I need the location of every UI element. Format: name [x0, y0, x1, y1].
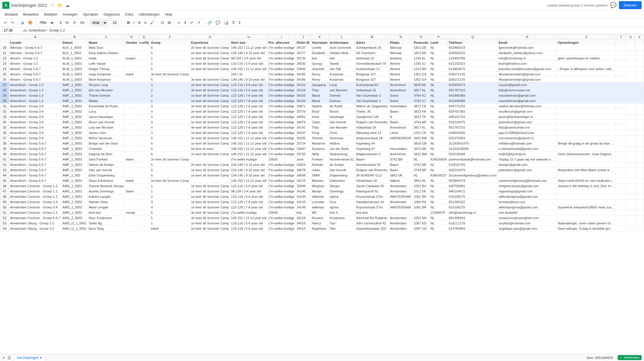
- cell[interactable]: [138, 109, 150, 114]
- cell[interactable]: 621153323: [448, 61, 498, 66]
- cell[interactable]: nadine.deruiter@hotmail.com: [498, 103, 557, 109]
- cell[interactable]: Ruyschstraat 27hs: [355, 194, 389, 199]
- cell[interactable]: (*in-welke-huidige: [268, 61, 296, 66]
- cell[interactable]: 1315 BH: [413, 66, 430, 72]
- cell[interactable]: 640154672: [448, 189, 498, 194]
- table-row[interactable]: 28Amersfoort - Groep 1-2AMF_1_0001Elin v…: [0, 88, 644, 93]
- table-row[interactable]: 37Amersfoort - Groep 3-4AMF_1_0002Arthur…: [0, 135, 644, 141]
- cell[interactable]: Fonkart: [311, 157, 329, 162]
- cell[interactable]: 651797310: [448, 125, 498, 130]
- cell[interactable]: AMF_1_0002: [62, 114, 88, 119]
- cell[interactable]: 3842 AM: [413, 135, 430, 141]
- cell[interactable]: [125, 183, 138, 189]
- row-number[interactable]: 25: [0, 72, 9, 77]
- cell[interactable]: 610106275: [448, 194, 498, 199]
- cell[interactable]: 641848388: [448, 93, 498, 98]
- cell-empty[interactable]: [616, 226, 626, 231]
- cell[interactable]: 1e keer dit Summer Camp: [190, 221, 230, 226]
- print-button[interactable]: 🖨: [19, 20, 26, 26]
- cell[interactable]: Noorderstraat 59: [355, 162, 389, 167]
- col-header-F[interactable]: F: [150, 35, 190, 40]
- table-row[interactable]: 36Amersfoort - Groep 3-4AMF_1_0002James …: [0, 130, 644, 135]
- cell[interactable]: Vuur: [329, 199, 355, 205]
- cell[interactable]: [138, 157, 150, 162]
- cell[interactable]: (*in-welke-huidige: [268, 109, 296, 114]
- cell[interactable]: 6: [150, 141, 190, 146]
- cell-empty[interactable]: [635, 130, 644, 135]
- cell[interactable]: Elin van Munster: [88, 88, 125, 93]
- cell[interactable]: ALK_1_0003: [62, 50, 88, 56]
- cell[interactable]: 2e keer dit Summer Camp: [190, 109, 230, 114]
- cell[interactable]: [138, 221, 150, 226]
- cell-empty[interactable]: [626, 141, 635, 146]
- cell[interactable]: rijpma: [329, 205, 355, 210]
- table-row[interactable]: 26Almere - Groep 5-6-7ALM_1_0003Marit Ko…: [0, 77, 644, 82]
- cell[interactable]: 134-140 | 9-10 year old: [230, 173, 268, 178]
- cell[interactable]: Elisa Sabine Obdam: [88, 50, 125, 56]
- cell[interactable]: 6: [150, 151, 190, 157]
- cell[interactable]: Amersfoort - Groep 1-2: [9, 93, 62, 98]
- cell[interactable]: [138, 189, 150, 194]
- cell[interactable]: Tam: [329, 226, 355, 231]
- row-number[interactable]: 46: [0, 183, 9, 189]
- cell-empty[interactable]: [635, 157, 644, 162]
- cell[interactable]: julianiblum@gmail.com: [498, 119, 557, 125]
- cell[interactable]: Ruyschstraat 27hs: [355, 205, 389, 210]
- cell-empty[interactable]: [635, 151, 644, 157]
- cell-empty[interactable]: [626, 146, 635, 151]
- row-number[interactable]: 42: [0, 162, 9, 167]
- cell[interactable]: Amersfoort - Groep 3-4: [9, 130, 62, 135]
- cell[interactable]: (*in-welke-huidige: [268, 103, 296, 109]
- cell[interactable]: Elizabeth: [311, 50, 329, 56]
- cell[interactable]: Kooijmans: [329, 215, 355, 221]
- cell[interactable]: rkoeijer@gmail.com: [498, 162, 557, 167]
- cell[interactable]: [389, 210, 412, 215]
- add-sheet-button[interactable]: +: [2, 355, 5, 357]
- cell[interactable]: Raamgracht 92: [355, 189, 389, 194]
- cell[interactable]: test: [311, 56, 329, 61]
- cell[interactable]: [498, 173, 557, 178]
- col-header-R[interactable]: R: [498, 35, 557, 40]
- cell[interactable]: 4: [150, 119, 190, 125]
- cell-empty[interactable]: [616, 88, 626, 93]
- cell[interactable]: 34102: [295, 82, 311, 88]
- cell-empty[interactable]: [626, 125, 635, 130]
- cell[interactable]: Thijs: [311, 125, 329, 130]
- cell-empty[interactable]: [635, 119, 644, 125]
- menu-bewerken[interactable]: Bewerken: [21, 11, 41, 18]
- cell[interactable]: 6: [150, 66, 190, 72]
- cell[interactable]: kind test: [88, 210, 125, 215]
- cell[interactable]: 3863 NL: [413, 178, 430, 183]
- verify-button[interactable]: ✓ Verkennen: [618, 355, 642, 357]
- cell[interactable]: 34146: [295, 189, 311, 194]
- percent-button[interactable]: %: [64, 20, 70, 26]
- cell[interactable]: Baarn: [389, 119, 412, 125]
- cell[interactable]: marleenwilgenburg@hotmail.com: [498, 178, 557, 183]
- cell[interactable]: 640700991: [448, 183, 498, 189]
- cell[interactable]: NL: [429, 93, 448, 98]
- cell[interactable]: 1e keer dit Summer Camp: [190, 226, 230, 231]
- cell[interactable]: cisyyer@gmail.com: [498, 82, 557, 88]
- cell[interactable]: (*in-welke-huidige: [268, 178, 296, 183]
- cell[interactable]: angelique.tam@gmail.com: [498, 226, 557, 231]
- cell-empty[interactable]: [635, 215, 644, 221]
- italic-button[interactable]: I: [132, 20, 136, 26]
- cell[interactable]: 5: [150, 77, 190, 82]
- cell-empty[interactable]: [616, 119, 626, 125]
- cell[interactable]: (*in-welke-huidige: [268, 221, 296, 226]
- col-header-J[interactable]: J: [295, 35, 311, 40]
- cell[interactable]: AMSTERDAM: [389, 205, 412, 210]
- cell[interactable]: 134-140 | 9-10 year old: [230, 162, 268, 167]
- cell[interactable]: 1: [150, 221, 190, 226]
- cell[interactable]: Amersfoort - Groep 5-6-7: [9, 146, 62, 151]
- cell[interactable]: Stella Ng: [88, 221, 125, 226]
- cell[interactable]: 1060 RX: [413, 199, 430, 205]
- cell-empty[interactable]: [635, 167, 644, 173]
- text-color-button[interactable]: A: [143, 20, 148, 26]
- cell[interactable]: 1091 BR: [413, 205, 430, 210]
- cell-empty[interactable]: [626, 98, 635, 103]
- cell[interactable]: Thebe, 30: [355, 109, 389, 114]
- cell[interactable]: [138, 183, 150, 189]
- table-row[interactable]: 44Amersfoort - Groep 5-6-7AMF_1_003Elise…: [0, 173, 644, 178]
- cell[interactable]: 122-128 | 7-8 year old: [230, 109, 268, 114]
